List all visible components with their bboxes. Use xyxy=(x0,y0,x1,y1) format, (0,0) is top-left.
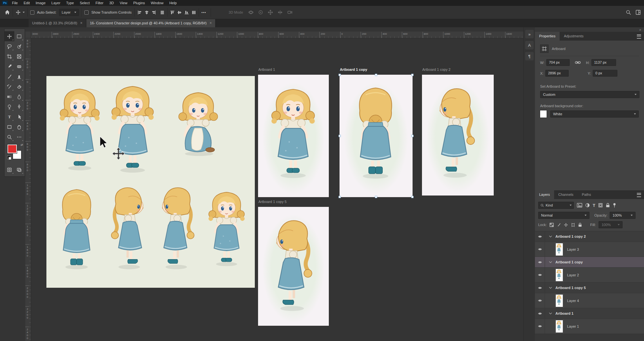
selection-handle-e[interactable] xyxy=(411,135,414,137)
layer-row[interactable]: Layer 4 xyxy=(535,293,644,308)
selection-handle-sw[interactable] xyxy=(339,196,341,198)
align-top-icon[interactable] xyxy=(170,10,175,15)
layer-name[interactable]: Layer 1 xyxy=(567,324,579,328)
menu-item[interactable]: Help xyxy=(167,0,180,6)
artboard-label[interactable]: Artboard 1 copy 2 xyxy=(422,68,451,71)
screen-mode-icon[interactable] xyxy=(14,165,24,175)
visibility-toggle[interactable] xyxy=(535,257,545,267)
layer-name[interactable]: Artboard 1 copy xyxy=(555,260,583,264)
character-panel-icon[interactable]: A xyxy=(525,41,534,49)
visibility-toggle[interactable] xyxy=(535,308,545,319)
tab-untitled-1[interactable]: Untitled-1 @ 33.3% (RGB/8) × xyxy=(29,19,86,27)
eraser-tool[interactable] xyxy=(14,82,24,92)
artboard-label-selected[interactable]: Artboard 1 copy xyxy=(340,68,367,71)
edit-toolbar-ellipsis[interactable] xyxy=(14,132,24,142)
search-icon[interactable] xyxy=(626,10,631,15)
crop-tool[interactable] xyxy=(5,51,14,61)
clone-stamp-tool[interactable] xyxy=(14,71,24,82)
lock-artboard-nesting-icon[interactable] xyxy=(571,223,575,227)
chevron-down-icon[interactable] xyxy=(549,235,552,238)
layer-name[interactable]: Artboard 1 copy 2 xyxy=(555,234,586,238)
gradient-tool[interactable] xyxy=(5,92,14,102)
visibility-toggle[interactable] xyxy=(535,268,545,282)
align-bottom-icon[interactable] xyxy=(184,10,189,15)
menu-item[interactable]: Plugins xyxy=(130,0,148,6)
selection-handle-ne[interactable] xyxy=(411,74,414,76)
zoom-tool[interactable] xyxy=(5,132,14,142)
menu-item[interactable]: File xyxy=(9,0,21,6)
panel-menu-icon[interactable] xyxy=(637,193,641,197)
layer-name[interactable]: Layer 2 xyxy=(567,273,579,277)
eyedropper-tool[interactable] xyxy=(5,61,14,71)
quick-selection-tool[interactable] xyxy=(14,41,24,51)
photoshop-logo[interactable]: Ps xyxy=(2,1,8,5)
layer-thumbnail[interactable] xyxy=(555,243,563,256)
menu-item[interactable]: 3D xyxy=(106,0,117,6)
selection-handle-s[interactable] xyxy=(375,196,377,198)
filter-toggle-icon[interactable] xyxy=(613,203,616,208)
collapse-dock-icon[interactable]: » xyxy=(639,28,641,32)
height-field[interactable]: 1137 px xyxy=(591,59,616,66)
selection-handle-nw[interactable] xyxy=(339,74,341,76)
canvas-area[interactable]: 3000280026002400220020001800160014001200… xyxy=(25,27,523,341)
menu-item[interactable]: Layer xyxy=(48,0,63,6)
layer-filter-kind-dropdown[interactable]: Kind xyxy=(538,202,574,209)
layer-row[interactable]: Artboard 1 copy 5 xyxy=(535,283,644,293)
brush-tool[interactable] xyxy=(5,71,14,82)
menu-item[interactable]: Filter xyxy=(93,0,106,6)
link-dimensions-icon[interactable] xyxy=(575,60,581,65)
dodge-tool[interactable] xyxy=(5,102,14,112)
tab-layers[interactable]: Layers xyxy=(535,190,554,199)
default-colors-icon[interactable] xyxy=(7,156,11,159)
x-field[interactable]: 2896 px xyxy=(545,70,569,77)
foreground-color-swatch[interactable] xyxy=(7,145,17,153)
home-button[interactable] xyxy=(5,10,10,15)
auto-select-checkbox[interactable] xyxy=(30,10,34,15)
menu-item[interactable]: Image xyxy=(33,0,49,6)
visibility-toggle[interactable] xyxy=(535,319,545,334)
tab-properties[interactable]: Properties xyxy=(535,32,560,41)
layer-name[interactable]: Layer 3 xyxy=(567,247,579,251)
layer-row[interactable]: Artboard 1 copy 2 xyxy=(535,231,644,242)
layer-row[interactable]: Layer 3 xyxy=(535,242,644,257)
layer-name[interactable]: Artboard 1 copy 5 xyxy=(555,286,586,290)
selection-handle-se[interactable] xyxy=(411,196,414,198)
menu-item[interactable]: Window xyxy=(148,0,167,6)
layer-name[interactable]: Layer 4 xyxy=(567,299,579,303)
healing-brush-tool[interactable] xyxy=(14,61,24,71)
more-align-options-button[interactable]: ••• xyxy=(202,10,206,14)
lasso-tool[interactable] xyxy=(5,41,14,51)
show-transform-checkbox[interactable] xyxy=(84,10,89,15)
chevron-down-icon[interactable] xyxy=(549,261,552,263)
visibility-toggle[interactable] xyxy=(535,231,545,242)
pen-tool[interactable] xyxy=(14,102,24,112)
selection-handle-n[interactable] xyxy=(375,74,377,76)
filter-shape-layers-icon[interactable] xyxy=(598,203,603,208)
rectangle-tool[interactable] xyxy=(5,122,14,132)
visibility-toggle[interactable] xyxy=(535,242,545,257)
selection-handle-w[interactable] xyxy=(339,135,341,137)
filter-adjustment-layers-icon[interactable] xyxy=(585,203,590,208)
hand-tool[interactable] xyxy=(14,122,24,132)
align-center-horizontal-icon[interactable] xyxy=(144,10,149,15)
menu-item[interactable]: View xyxy=(117,0,130,6)
auto-select-target-dropdown[interactable]: Layer xyxy=(59,9,79,16)
filter-pixel-layers-icon[interactable] xyxy=(577,203,582,208)
history-brush-tool[interactable] xyxy=(5,82,14,92)
background-color-dropdown[interactable]: White xyxy=(550,110,639,118)
menu-item[interactable]: Select xyxy=(77,0,93,6)
layer-row[interactable]: Layer 1 xyxy=(535,319,644,334)
visibility-toggle[interactable] xyxy=(535,283,545,293)
layer-row[interactable]: Artboard 1 copy xyxy=(535,257,644,268)
layer-thumbnail[interactable] xyxy=(555,320,563,333)
tab-paths[interactable]: Paths xyxy=(578,190,595,199)
filter-type-layers-icon[interactable]: T xyxy=(593,203,595,208)
tool-preset-caret[interactable] xyxy=(23,12,25,13)
quick-mask-icon[interactable] xyxy=(5,165,14,175)
align-middle-vertical-icon[interactable] xyxy=(177,10,182,15)
opacity-dropdown[interactable]: 100% xyxy=(610,212,636,219)
visibility-toggle[interactable] xyxy=(535,293,545,308)
y-field[interactable]: 0 px xyxy=(593,70,617,77)
artboard-bg-swatch[interactable] xyxy=(540,110,547,118)
tab-channels[interactable]: Channels xyxy=(554,190,577,199)
